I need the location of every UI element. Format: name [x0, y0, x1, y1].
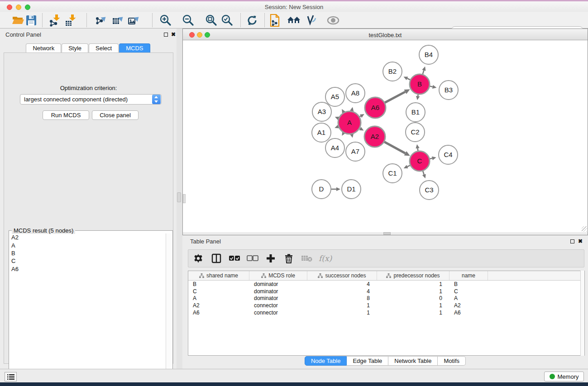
delete-table-button[interactable]	[299, 251, 315, 266]
horizontal-split-handle[interactable]	[383, 232, 391, 235]
graph-edge[interactable]	[407, 165, 410, 167]
mcds-result-scrollbar[interactable]	[166, 234, 172, 383]
table-cell[interactable]: dominator	[249, 288, 307, 295]
table-options-gear-button[interactable]	[190, 251, 206, 266]
apply-function-button[interactable]: f(x)	[319, 254, 332, 263]
graph-edge[interactable]	[423, 171, 424, 175]
table-cell[interactable]: A2	[449, 302, 488, 309]
tab-select[interactable]: Select	[89, 43, 119, 52]
graph-edge[interactable]	[418, 148, 418, 151]
mcds-result-item[interactable]: B	[10, 249, 166, 257]
table-cell[interactable]: dominator	[249, 295, 307, 301]
import-table-button[interactable]	[63, 14, 78, 27]
table-cell[interactable]: A6	[188, 310, 249, 316]
table-cell[interactable]: 1	[377, 310, 449, 316]
mcds-result-item[interactable]: C	[10, 257, 166, 265]
tab-network[interactable]: Network	[26, 43, 61, 52]
refresh-button[interactable]	[244, 14, 260, 27]
panel-split-divider[interactable]	[177, 29, 182, 369]
table-cell[interactable]: 0	[377, 295, 449, 301]
network-graph[interactable]: AA1A2A3A4A5A6A7A8BB1B2B3B4CC1C2C3C4DD1	[183, 40, 588, 232]
graphics-details-button[interactable]	[304, 14, 320, 27]
float-panel-icon[interactable]	[164, 33, 168, 37]
new-network-from-selection-button[interactable]	[267, 14, 282, 27]
tab-node-table[interactable]: Node Table	[305, 356, 347, 366]
table-cell[interactable]: B	[188, 281, 249, 287]
table-cell[interactable]: 1	[377, 302, 449, 309]
birds-eye-view-button[interactable]	[287, 14, 302, 27]
table-cell[interactable]: 4	[307, 281, 377, 287]
table-cell[interactable]: 4	[307, 288, 377, 295]
delete-column-button[interactable]	[281, 251, 297, 266]
column-header-name[interactable]: name	[449, 271, 488, 280]
tab-style[interactable]: Style	[62, 43, 88, 52]
memory-button[interactable]: Memory	[544, 372, 584, 381]
table-row[interactable]: Bdominator41B	[188, 281, 584, 288]
table-cell[interactable]: 1	[377, 288, 449, 295]
table-cell[interactable]: 8	[307, 295, 377, 301]
column-header-predecessor-nodes[interactable]: predecessor nodes	[377, 271, 449, 280]
task-history-button[interactable]	[5, 372, 17, 381]
zoom-in-button[interactable]	[158, 14, 173, 27]
table-cell[interactable]: 1	[307, 302, 377, 309]
zoom-out-button[interactable]	[181, 14, 196, 27]
run-mcds-button[interactable]: Run MCDS	[43, 110, 89, 120]
split-view-button[interactable]	[208, 251, 225, 266]
table-cell[interactable]: A6	[449, 310, 488, 316]
table-row[interactable]: Cdominator41C	[188, 288, 584, 295]
table-row[interactable]: A6connector11A6	[188, 309, 584, 316]
table-close-panel-icon[interactable]: ✖	[578, 238, 583, 244]
column-header-successor-nodes[interactable]: successor nodes	[307, 271, 377, 280]
zoom-fit-button[interactable]	[204, 14, 219, 27]
split-divider-handle[interactable]	[177, 192, 181, 202]
mcds-result-item[interactable]: A	[10, 241, 166, 249]
table-float-panel-icon[interactable]	[570, 239, 574, 243]
save-session-button[interactable]	[24, 14, 39, 27]
select-all-button[interactable]	[226, 251, 243, 266]
tab-motifs[interactable]: Motifs	[438, 356, 466, 366]
table-cell[interactable]: dominator	[249, 281, 307, 287]
mcds-result-item[interactable]: A6	[10, 265, 166, 273]
table-cell[interactable]: C	[188, 288, 249, 295]
mcds-result-item[interactable]: A2	[10, 234, 166, 241]
table-row[interactable]: Adominator80A	[188, 295, 584, 302]
column-header-mcds-role[interactable]: MCDS role	[249, 271, 307, 280]
graph-edge[interactable]	[430, 86, 433, 87]
graph-edge[interactable]	[423, 70, 424, 74]
table-cell[interactable]: C	[449, 288, 488, 295]
window-resize-grip[interactable]	[582, 226, 587, 232]
table-cell[interactable]: B	[449, 281, 488, 287]
table-cell[interactable]: A	[188, 295, 249, 301]
graph-edge[interactable]	[385, 92, 405, 103]
graph-edge[interactable]	[384, 142, 405, 153]
table-cell[interactable]: connector	[249, 302, 307, 309]
zoom-selected-button[interactable]	[220, 14, 235, 27]
column-header-shared-name[interactable]: shared name	[188, 271, 249, 280]
add-column-button[interactable]	[263, 251, 279, 266]
export-network-button[interactable]	[93, 14, 109, 27]
close-panel-icon[interactable]: ✖	[171, 31, 176, 38]
export-image-button[interactable]	[126, 14, 142, 27]
import-network-button[interactable]	[47, 14, 62, 27]
mcds-result-list[interactable]: A2ABCA6	[10, 234, 166, 383]
table-cell[interactable]: A	[449, 295, 488, 301]
table-cell[interactable]: connector	[249, 310, 307, 316]
network-canvas[interactable]: AA1A2A3A4A5A6A7A8BB1B2B3B4CC1C2C3C4DD1	[183, 40, 588, 232]
tab-network-table[interactable]: Network Table	[388, 356, 438, 366]
table-cell[interactable]: A2	[188, 302, 249, 309]
deselect-all-button[interactable]	[244, 251, 261, 266]
tab-mcds[interactable]: MCDS	[119, 43, 150, 52]
graph-edge[interactable]	[430, 158, 432, 159]
tab-edge-table[interactable]: Edge Table	[347, 356, 388, 366]
graph-edge[interactable]	[407, 78, 411, 80]
table-row[interactable]: A2connector11A2	[188, 302, 584, 309]
close-panel-button[interactable]: Close panel	[92, 110, 139, 120]
optimization-criterion-select[interactable]: largest connected component (directed)	[20, 94, 162, 105]
graph-edge[interactable]	[418, 95, 418, 96]
table-cell[interactable]: 1	[307, 310, 377, 316]
table-cell[interactable]: 1	[377, 281, 449, 287]
table-vertical-scrollbar[interactable]	[580, 271, 584, 356]
export-table-button[interactable]	[110, 14, 126, 27]
network-window-titlebar[interactable]: testGlobe.txt	[183, 29, 588, 40]
app-titlebar[interactable]: Session: New Session	[0, 1, 588, 12]
